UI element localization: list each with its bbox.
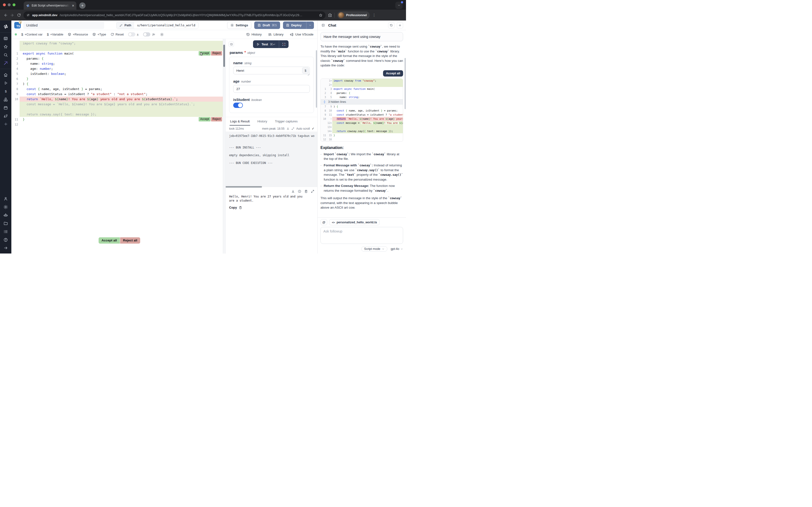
sidebar-item-home[interactable] (2, 71, 10, 78)
model-select[interactable]: gpt-4o (391, 247, 403, 250)
age-field[interactable] (233, 85, 310, 93)
code-line[interactable]: ) { (19, 81, 223, 87)
resize-handle[interactable] (307, 73, 310, 75)
settings-gear-icon[interactable] (2, 203, 10, 211)
site-info-icon[interactable] (27, 13, 30, 17)
add-plus-icon[interactable] (2, 120, 10, 128)
add-type-button[interactable]: +Type (92, 33, 106, 36)
reject-button[interactable]: Reject (211, 51, 222, 56)
bookmark-star-icon[interactable] (319, 13, 323, 17)
editor-line[interactable]: 11}AcceptReject (11, 117, 225, 122)
add-context-button[interactable]: @ (320, 219, 327, 225)
expand-arrow-icon[interactable] (2, 244, 10, 251)
logs-list-icon[interactable] (2, 228, 10, 235)
script-summary-input[interactable]: Untitled (23, 22, 104, 29)
tab-logs-result[interactable]: Logs & Result (230, 117, 250, 125)
code-line[interactable]: export async function main( (19, 51, 223, 56)
help-icon[interactable] (2, 236, 10, 243)
code-line[interactable]: const studentStatus = isStudent ? "a stu… (19, 92, 223, 97)
new-tab-button[interactable]: + (79, 2, 86, 9)
sidebar-item-routes[interactable] (2, 112, 10, 119)
forward-icon[interactable] (10, 13, 14, 17)
isstudent-toggle[interactable] (233, 103, 243, 108)
chat-messages[interactable]: Have the message sent using cowsay To ha… (317, 30, 406, 217)
editor-line[interactable]: return cowsay.say({ text: message }); (11, 112, 225, 117)
clipboard-icon[interactable] (304, 189, 308, 193)
chat-history-button[interactable] (388, 22, 394, 29)
sidebar-item-runs[interactable] (2, 79, 10, 87)
workers-robot-icon[interactable] (2, 212, 10, 219)
back-icon[interactable] (3, 13, 8, 17)
code-line[interactable]: name: string; (19, 61, 223, 66)
test-button[interactable]: Test ⌘↵ (253, 40, 279, 48)
scrollbar-thumb[interactable] (223, 45, 225, 67)
expand-icon[interactable] (292, 127, 294, 130)
variable-picker-button[interactable]: $ (302, 67, 309, 74)
kebab-menu-icon[interactable]: ⋮ (372, 13, 376, 17)
sidebar-item-schedules[interactable] (2, 104, 10, 111)
drag-handle[interactable] (226, 186, 262, 187)
ai-wand-icon[interactable] (2, 59, 10, 67)
editor-line[interactable]: 4 age: number; (11, 66, 225, 71)
mode-select[interactable]: Script mode (361, 246, 388, 251)
editor-line[interactable]: 8 const { name, age, isStudent } = param… (11, 87, 225, 92)
editor-line[interactable]: import cowsay from "cowsay"; (11, 41, 225, 46)
close-window-button[interactable] (3, 3, 6, 6)
editor-line[interactable]: 3 name: string; (11, 61, 225, 66)
capture-target-button[interactable] (279, 40, 289, 48)
copy-result-button[interactable]: Copy (229, 206, 314, 209)
code-line[interactable]: age: number; (19, 66, 223, 71)
hidden-lines-expander[interactable]: 3 hidden lines (321, 99, 403, 105)
settings-button[interactable]: Settings (227, 22, 251, 29)
download-icon[interactable] (291, 189, 295, 193)
download-icon[interactable] (286, 127, 290, 130)
reject-all-button[interactable]: Reject all (120, 237, 140, 243)
folders-icon[interactable] (2, 220, 10, 227)
code-line[interactable]: return cowsay.say({ text: message }); (19, 112, 223, 117)
accept-button[interactable]: Accept (199, 117, 210, 121)
code-line[interactable]: return `Hello, ${name}! You are ${age} y… (19, 97, 223, 102)
profile-button[interactable]: Professionnel (337, 11, 370, 19)
panel-collapse-icon[interactable] (229, 42, 234, 47)
reload-icon[interactable] (17, 13, 21, 17)
code-line[interactable]: } (19, 117, 223, 122)
accept-all-button[interactable]: Accept all (99, 237, 120, 243)
chat-accept-all-button[interactable]: Accept all (383, 70, 403, 76)
editor-line[interactable] (11, 107, 225, 112)
new-chat-button[interactable] (397, 22, 403, 29)
add-variable-button[interactable]: $+Variable (47, 33, 63, 37)
deploy-dropdown[interactable] (306, 21, 314, 29)
code-line[interactable]: const message = `Hello, ${name}! You are… (19, 102, 223, 107)
sidebar-item-user[interactable] (2, 195, 10, 202)
editor-line[interactable]: 2 params: { (11, 56, 225, 61)
sidebar-item-favorites[interactable] (2, 43, 10, 50)
reset-button[interactable]: Reset (110, 33, 124, 36)
sidebar-item-variables[interactable]: $ (2, 88, 10, 95)
code-line[interactable]: isStudent: boolean; (19, 71, 223, 76)
code-line[interactable] (19, 46, 223, 51)
editor-line[interactable]: 12 (11, 122, 225, 127)
name-field[interactable] (233, 67, 310, 74)
code-line[interactable]: params: { (19, 56, 223, 61)
history-button[interactable]: History (246, 33, 262, 37)
tab-search-button[interactable] (395, 2, 403, 9)
code-line[interactable]: const { name, age, isStudent } = params; (19, 87, 223, 92)
context-file-chip[interactable]: <> personalized_hello_world.ts (329, 219, 379, 225)
code-line[interactable] (19, 107, 223, 112)
editor-line[interactable]: 10 return `Hello, ${name}! You are ${age… (11, 97, 225, 102)
tab-trigger-captures[interactable]: Trigger captures (274, 117, 298, 125)
followup-input[interactable] (320, 227, 403, 244)
code-line[interactable]: import cowsay from "cowsay"; (19, 41, 223, 46)
panel-collapse-icon[interactable] (320, 23, 326, 28)
tab-history[interactable]: History (257, 117, 267, 125)
code-line[interactable]: } (19, 76, 223, 81)
diff-toggle[interactable]: ± (128, 32, 139, 37)
add-resource-button[interactable]: +Resource (68, 33, 88, 36)
editor-line[interactable]: 6 } (11, 76, 225, 81)
draft-button[interactable]: Draft ⌘S (254, 21, 280, 29)
path-chip[interactable]: Path u/henri/personalized_hello_world (116, 22, 198, 29)
log-output[interactable]: job=01975ee7-1bb7-0615-91c3-4eb0f870c71b… (226, 131, 317, 187)
deploy-button[interactable]: Deploy (283, 21, 314, 29)
runpanel-scrollbar-thumb[interactable] (316, 50, 317, 108)
multiplayer-toggle[interactable] (143, 32, 156, 37)
